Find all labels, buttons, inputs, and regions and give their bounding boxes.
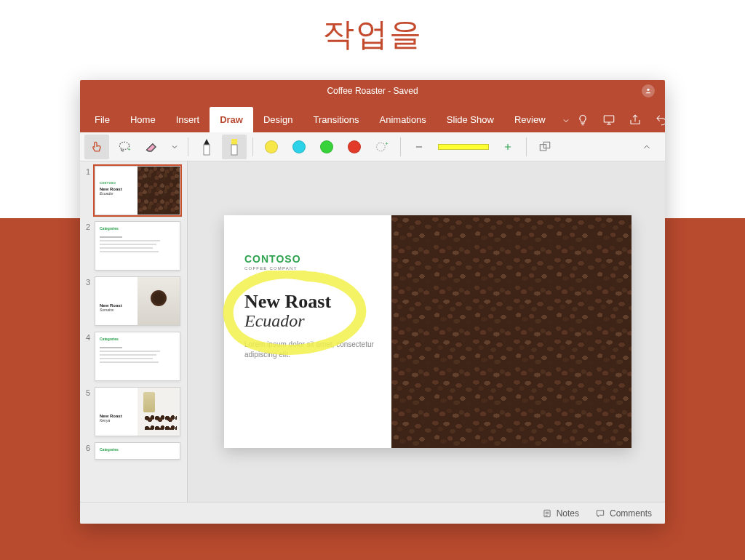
status-bar: Notes Comments [80,502,665,524]
svg-rect-14 [543,142,549,148]
thumb-logo: CONTOSO [100,181,136,185]
thumb-heading: Categories [100,447,175,452]
titlebar: Coffee Roaster - Saved File Home Insert … [80,80,665,132]
lightbulb-icon[interactable] [576,113,589,127]
comments-icon [595,508,605,519]
slide-body: Lorem ipsum dolor sit amet, consectetur … [244,340,377,360]
tab-more[interactable] [556,109,576,132]
comments-button[interactable]: Comments [595,508,652,519]
touch-draw-button[interactable] [84,135,109,159]
separator [252,137,253,156]
slide-text-area[interactable]: CONTOSO COFFEE COMPANY New Roast Ecuador… [224,215,391,448]
ink-to-shape-button[interactable] [533,135,557,159]
tab-transitions[interactable]: Transitions [303,107,369,132]
thumb-heading: Categories [100,226,175,231]
thumb-image [138,388,180,436]
present-icon[interactable] [602,113,615,127]
slide-subtitle: Ecuador [244,311,377,331]
thumbnail-row[interactable]: 4 Categories [80,332,183,381]
thumbnail-row[interactable]: 3 New Roast Sumatra [80,276,183,326]
tab-home[interactable]: Home [120,107,166,132]
tab-insert[interactable]: Insert [166,107,210,132]
thumb-heading: Categories [100,337,175,341]
thumb-sub: Ecuador [100,191,136,196]
separator [526,137,527,156]
thumb-sub: Kenya [100,418,136,423]
separator [188,137,188,156]
tab-design[interactable]: Design [253,107,303,132]
notes-label: Notes [557,508,579,519]
collapse-ribbon-button[interactable] [642,142,661,152]
color-yellow[interactable] [259,135,284,159]
work-area: 1 CONTOSO New Roast Ecuador 2 Categories… [80,161,665,502]
thumbnail-row[interactable]: 1 CONTOSO New Roast Ecuador [80,166,183,215]
svg-marker-4 [204,139,210,145]
thumbnail-slide-4[interactable]: Categories [95,332,180,381]
document-title: Coffee Roaster - Saved [327,86,418,96]
svg-rect-13 [540,144,546,150]
titlebar-top: Coffee Roaster - Saved [80,80,665,102]
svg-rect-7 [231,145,237,155]
slide-image-coffee-beans [391,215,632,448]
pen-button[interactable] [194,135,219,159]
thumbnail-row[interactable]: 2 Categories [80,221,183,271]
notes-icon [542,508,552,519]
thumbnail-number: 3 [80,276,90,326]
slide-logo: CONTOSO [244,253,377,265]
thumbnail-row[interactable]: 5 New Roast Kenya [80,387,183,436]
thumbnail-number: 1 [80,166,90,215]
tab-file[interactable]: File [84,107,120,132]
tab-review[interactable]: Review [504,107,556,132]
thumbnail-slide-6[interactable]: Categories [95,442,180,460]
svg-rect-1 [604,116,614,122]
tab-slideshow[interactable]: Slide Show [437,107,504,132]
eraser-button[interactable] [140,135,164,159]
tab-draw[interactable]: Draw [210,107,253,132]
account-icon[interactable] [642,84,655,97]
thumb-sub: Sumatra [100,308,136,312]
thumbnail-slide-5[interactable]: New Roast Kenya [95,387,180,436]
eraser-menu-button[interactable] [167,135,182,159]
thumbnail-number: 5 [80,387,90,436]
thumb-image [138,277,180,325]
undo-icon[interactable] [655,113,665,127]
slide-logo-sub: COFFEE COMPANY [244,266,377,271]
thumb-lines [100,236,175,252]
slide-canvas[interactable]: CONTOSO COFFEE COMPANY New Roast Ecuador… [188,161,665,502]
width-increase-button[interactable] [495,135,520,159]
svg-point-0 [647,89,649,91]
draw-toolbar: + + [80,132,665,161]
thumb-lines [100,347,175,363]
ribbon-tabs: File Home Insert Draw Design Transitions… [80,102,665,132]
svg-rect-6 [231,139,237,145]
add-color-button[interactable]: + [370,135,394,159]
highlighter-button[interactable] [222,135,247,159]
svg-text:+: + [127,145,131,152]
thumbnail-rail[interactable]: 1 CONTOSO New Roast Ecuador 2 Categories… [80,161,188,502]
thumbnail-row[interactable]: 6 Categories [80,442,183,460]
color-red[interactable] [342,135,367,159]
thumbnail-number: 4 [80,332,90,381]
share-icon[interactable] [629,113,642,127]
thumb-image [138,167,180,215]
slide-title: New Roast [244,291,377,313]
thumbnail-slide-3[interactable]: New Roast Sumatra [95,276,180,326]
thumbnail-slide-2[interactable]: Categories [95,221,180,271]
ribbon-right-actions [576,113,665,132]
comments-label: Comments [610,508,652,519]
slide[interactable]: CONTOSO COFFEE COMPANY New Roast Ecuador… [224,215,632,448]
color-green[interactable] [314,135,339,159]
tab-animations[interactable]: Animations [370,107,437,132]
svg-text:+: + [385,140,389,146]
notes-button[interactable]: Notes [542,508,579,519]
svg-point-8 [377,143,386,151]
page-hero-title: 작업을 [0,0,745,56]
powerpoint-window: Coffee Roaster - Saved File Home Insert … [80,80,665,524]
svg-rect-5 [204,145,210,155]
thumbnail-number: 6 [80,442,90,460]
width-preview [434,135,493,159]
thumbnail-slide-1[interactable]: CONTOSO New Roast Ecuador [95,166,180,215]
lasso-select-button[interactable]: + [112,135,137,159]
color-cyan[interactable] [287,135,311,159]
width-decrease-button[interactable] [407,135,431,159]
